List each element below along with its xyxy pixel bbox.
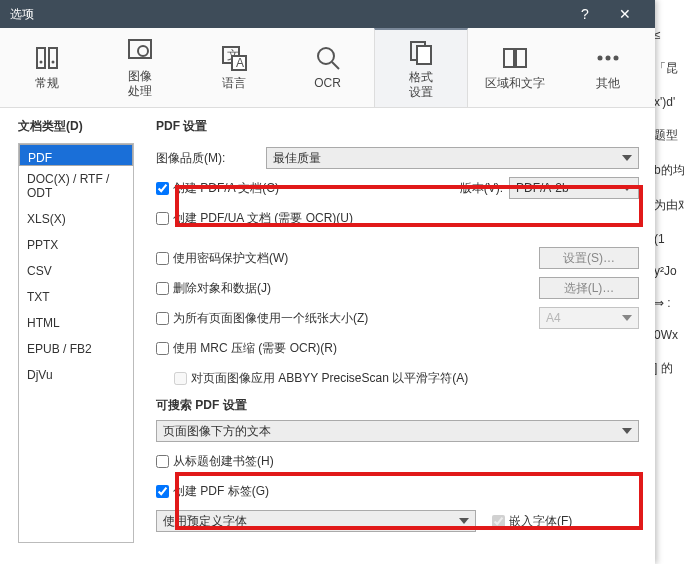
svg-line-11 [332,62,339,69]
embed-fonts-checkbox: 嵌入字体(F) [492,513,572,530]
list-item[interactable]: DOC(X) / RTF / ODT [19,166,133,206]
svg-point-3 [51,61,54,64]
dialog-title: 选项 [10,6,565,23]
svg-rect-0 [37,48,45,68]
bookmarks-checkbox[interactable]: 从标题创建书签(H) [156,453,274,470]
tab-label: 常规 [35,76,59,90]
doc-type-list[interactable]: PDF DOC(X) / RTF / ODT XLS(X) PPTX CSV T… [18,143,134,543]
svg-rect-14 [504,49,514,67]
mrc-checkbox[interactable]: 使用 MRC 压缩 (需要 OCR)(R) [156,340,337,357]
list-item[interactable]: PDF [19,144,133,166]
svg-point-17 [606,56,611,61]
precisescan-checkbox: 对页面图像应用 ABBYY PreciseScan 以平滑字符(A) [174,370,468,387]
tags-checkbox[interactable]: 创建 PDF 标签(G) [156,483,269,500]
svg-rect-1 [49,48,57,68]
pdf-settings-header: PDF 设置 [156,118,639,135]
doc-type-header: 文档类型(D) [18,118,144,135]
password-checkbox[interactable]: 使用密码保护文档(W) [156,250,288,267]
background-document: ≤「昆x')d'题型b的均为由对(1y²Jo⇒ :0Wx] 的 [654,0,684,564]
tab-image-processing[interactable]: 图像 处理 [94,28,188,107]
tab-label: 区域和文字 [485,76,545,90]
list-item[interactable]: DjVu [19,362,133,388]
tab-general[interactable]: 常规 [0,28,94,107]
areas-icon [501,44,529,72]
svg-rect-13 [417,46,431,64]
tab-label: OCR [314,76,341,90]
svg-rect-15 [516,49,526,67]
version-label: 版本(V): [460,180,503,197]
tab-other[interactable]: 其他 [561,28,655,107]
list-item[interactable]: TXT [19,284,133,310]
quality-select[interactable]: 最佳质量 [266,147,639,169]
font-select[interactable]: 使用预定义字体 [156,510,476,532]
list-item[interactable]: PPTX [19,232,133,258]
tab-label: 格式 设置 [409,70,433,99]
svg-point-5 [138,46,148,56]
help-button[interactable]: ? [565,6,605,22]
list-item[interactable]: HTML [19,310,133,336]
delete-objects-select-button[interactable]: 选择(L)… [539,277,639,299]
language-icon: 文A [220,44,248,72]
list-item[interactable]: XLS(X) [19,206,133,232]
searchable-pdf-header: 可搜索 PDF 设置 [156,397,639,414]
settings-panel: PDF 设置 图像品质(M): 最佳质量 创建 PDF/A 文档(C) 版本(V… [144,108,655,564]
tab-areas-text[interactable]: 区域和文字 [468,28,562,107]
close-button[interactable]: ✕ [605,6,645,22]
tab-label: 图像 处理 [128,69,152,98]
pdfa-checkbox[interactable]: 创建 PDF/A 文档(C) [156,180,279,197]
tab-label: 其他 [596,76,620,90]
sidebar: 文档类型(D) PDF DOC(X) / RTF / ODT XLS(X) PP… [0,108,144,564]
tab-ocr[interactable]: OCR [281,28,375,107]
options-dialog: 选项 ? ✕ 常规 图像 处理 文A语言 OCR 格式 设置 区域和文字 其他 … [0,0,655,564]
tab-language[interactable]: 文A语言 [187,28,281,107]
list-item[interactable]: EPUB / FB2 [19,336,133,362]
svg-point-16 [598,56,603,61]
titlebar: 选项 ? ✕ [0,0,655,28]
svg-text:A: A [236,56,244,70]
tab-label: 语言 [222,76,246,90]
quality-label: 图像品质(M): [156,150,266,167]
password-settings-button[interactable]: 设置(S)… [539,247,639,269]
format-icon [407,38,435,66]
svg-point-18 [614,56,619,61]
image-icon [126,37,154,65]
other-icon [594,44,622,72]
svg-point-10 [318,48,334,64]
delete-objects-checkbox[interactable]: 删除对象和数据(J) [156,280,271,297]
category-tabs: 常规 图像 处理 文A语言 OCR 格式 设置 区域和文字 其他 [0,28,655,108]
svg-point-2 [39,61,42,64]
paper-size-checkbox[interactable]: 为所有页面图像使用一个纸张大小(Z) [156,310,368,327]
version-select[interactable]: PDF/A-2b [509,177,639,199]
ocr-icon [314,44,342,72]
general-icon [33,44,61,72]
searchable-mode-select[interactable]: 页面图像下方的文本 [156,420,639,442]
pdfua-checkbox[interactable]: 创建 PDF/UA 文档 (需要 OCR)(U) [156,210,353,227]
list-item[interactable]: CSV [19,258,133,284]
tab-format-settings[interactable]: 格式 设置 [374,28,468,107]
paper-size-select: A4 [539,307,639,329]
